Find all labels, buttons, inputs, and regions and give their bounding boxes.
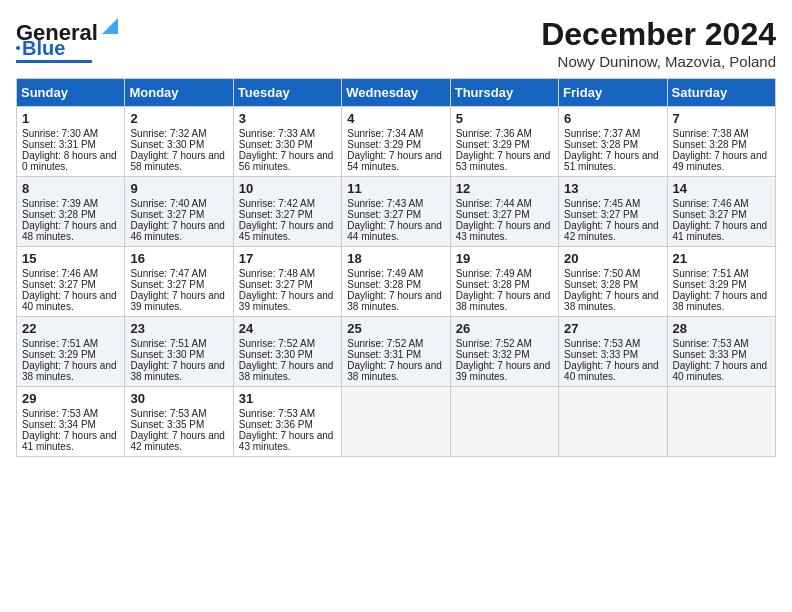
sunset-text: Sunset: 3:36 PM xyxy=(239,419,313,430)
sunrise-text: Sunrise: 7:45 AM xyxy=(564,198,640,209)
day-cell: 18Sunrise: 7:49 AMSunset: 3:28 PMDayligh… xyxy=(342,247,450,317)
sunset-text: Sunset: 3:31 PM xyxy=(347,349,421,360)
sunrise-text: Sunrise: 7:49 AM xyxy=(347,268,423,279)
day-number: 19 xyxy=(456,251,553,266)
sunset-text: Sunset: 3:28 PM xyxy=(673,139,747,150)
daylight-text: Daylight: 7 hours and 38 minutes. xyxy=(564,290,659,312)
day-cell: 20Sunrise: 7:50 AMSunset: 3:28 PMDayligh… xyxy=(559,247,667,317)
daylight-text: Daylight: 7 hours and 48 minutes. xyxy=(22,220,117,242)
day-cell: 23Sunrise: 7:51 AMSunset: 3:30 PMDayligh… xyxy=(125,317,233,387)
day-number: 26 xyxy=(456,321,553,336)
daylight-text: Daylight: 7 hours and 53 minutes. xyxy=(456,150,551,172)
col-header-monday: Monday xyxy=(125,79,233,107)
sunrise-text: Sunrise: 7:30 AM xyxy=(22,128,98,139)
day-number: 28 xyxy=(673,321,770,336)
daylight-text: Daylight: 7 hours and 44 minutes. xyxy=(347,220,442,242)
day-number: 24 xyxy=(239,321,336,336)
daylight-text: Daylight: 7 hours and 58 minutes. xyxy=(130,150,225,172)
title-area: December 2024 Nowy Duninow, Mazovia, Pol… xyxy=(541,16,776,70)
sunset-text: Sunset: 3:33 PM xyxy=(564,349,638,360)
daylight-text: Daylight: 7 hours and 39 minutes. xyxy=(239,290,334,312)
daylight-text: Daylight: 7 hours and 38 minutes. xyxy=(130,360,225,382)
daylight-text: Daylight: 7 hours and 41 minutes. xyxy=(673,220,768,242)
sunrise-text: Sunrise: 7:51 AM xyxy=(673,268,749,279)
header-row: SundayMondayTuesdayWednesdayThursdayFrid… xyxy=(17,79,776,107)
daylight-text: Daylight: 7 hours and 38 minutes. xyxy=(239,360,334,382)
day-number: 25 xyxy=(347,321,444,336)
day-cell: 24Sunrise: 7:52 AMSunset: 3:30 PMDayligh… xyxy=(233,317,341,387)
day-number: 7 xyxy=(673,111,770,126)
day-number: 17 xyxy=(239,251,336,266)
daylight-text: Daylight: 7 hours and 38 minutes. xyxy=(22,360,117,382)
day-number: 21 xyxy=(673,251,770,266)
day-number: 29 xyxy=(22,391,119,406)
col-header-friday: Friday xyxy=(559,79,667,107)
daylight-text: Daylight: 7 hours and 38 minutes. xyxy=(347,290,442,312)
logo-text-blue: Blue xyxy=(22,38,65,58)
sunrise-text: Sunrise: 7:52 AM xyxy=(239,338,315,349)
day-cell xyxy=(559,387,667,457)
day-number: 11 xyxy=(347,181,444,196)
day-cell: 21Sunrise: 7:51 AMSunset: 3:29 PMDayligh… xyxy=(667,247,775,317)
col-header-saturday: Saturday xyxy=(667,79,775,107)
sunset-text: Sunset: 3:29 PM xyxy=(673,279,747,290)
sunrise-text: Sunrise: 7:46 AM xyxy=(22,268,98,279)
daylight-text: Daylight: 7 hours and 38 minutes. xyxy=(673,290,768,312)
day-number: 10 xyxy=(239,181,336,196)
daylight-text: Daylight: 7 hours and 42 minutes. xyxy=(564,220,659,242)
day-cell: 26Sunrise: 7:52 AMSunset: 3:32 PMDayligh… xyxy=(450,317,558,387)
sunset-text: Sunset: 3:29 PM xyxy=(22,349,96,360)
sunset-text: Sunset: 3:27 PM xyxy=(239,279,313,290)
day-number: 23 xyxy=(130,321,227,336)
sunrise-text: Sunrise: 7:33 AM xyxy=(239,128,315,139)
day-cell: 30Sunrise: 7:53 AMSunset: 3:35 PMDayligh… xyxy=(125,387,233,457)
sunrise-text: Sunrise: 7:46 AM xyxy=(673,198,749,209)
sunset-text: Sunset: 3:30 PM xyxy=(239,139,313,150)
day-number: 30 xyxy=(130,391,227,406)
week-row-1: 1Sunrise: 7:30 AMSunset: 3:31 PMDaylight… xyxy=(17,107,776,177)
col-header-wednesday: Wednesday xyxy=(342,79,450,107)
day-cell: 1Sunrise: 7:30 AMSunset: 3:31 PMDaylight… xyxy=(17,107,125,177)
day-cell xyxy=(450,387,558,457)
day-cell: 31Sunrise: 7:53 AMSunset: 3:36 PMDayligh… xyxy=(233,387,341,457)
day-cell: 2Sunrise: 7:32 AMSunset: 3:30 PMDaylight… xyxy=(125,107,233,177)
sunset-text: Sunset: 3:27 PM xyxy=(673,209,747,220)
sunset-text: Sunset: 3:28 PM xyxy=(347,279,421,290)
day-cell: 11Sunrise: 7:43 AMSunset: 3:27 PMDayligh… xyxy=(342,177,450,247)
daylight-text: Daylight: 7 hours and 46 minutes. xyxy=(130,220,225,242)
week-row-2: 8Sunrise: 7:39 AMSunset: 3:28 PMDaylight… xyxy=(17,177,776,247)
col-header-thursday: Thursday xyxy=(450,79,558,107)
sunrise-text: Sunrise: 7:36 AM xyxy=(456,128,532,139)
sunset-text: Sunset: 3:30 PM xyxy=(130,349,204,360)
day-cell: 19Sunrise: 7:49 AMSunset: 3:28 PMDayligh… xyxy=(450,247,558,317)
week-row-5: 29Sunrise: 7:53 AMSunset: 3:34 PMDayligh… xyxy=(17,387,776,457)
sunset-text: Sunset: 3:34 PM xyxy=(22,419,96,430)
svg-marker-0 xyxy=(102,18,118,34)
daylight-text: Daylight: 7 hours and 40 minutes. xyxy=(22,290,117,312)
day-cell: 29Sunrise: 7:53 AMSunset: 3:34 PMDayligh… xyxy=(17,387,125,457)
sunrise-text: Sunrise: 7:34 AM xyxy=(347,128,423,139)
logo-underline xyxy=(16,60,92,63)
day-cell: 14Sunrise: 7:46 AMSunset: 3:27 PMDayligh… xyxy=(667,177,775,247)
sunset-text: Sunset: 3:27 PM xyxy=(564,209,638,220)
sunrise-text: Sunrise: 7:53 AM xyxy=(22,408,98,419)
sunrise-text: Sunrise: 7:49 AM xyxy=(456,268,532,279)
day-cell: 3Sunrise: 7:33 AMSunset: 3:30 PMDaylight… xyxy=(233,107,341,177)
day-number: 5 xyxy=(456,111,553,126)
daylight-text: Daylight: 7 hours and 56 minutes. xyxy=(239,150,334,172)
day-cell: 9Sunrise: 7:40 AMSunset: 3:27 PMDaylight… xyxy=(125,177,233,247)
week-row-3: 15Sunrise: 7:46 AMSunset: 3:27 PMDayligh… xyxy=(17,247,776,317)
sunrise-text: Sunrise: 7:43 AM xyxy=(347,198,423,209)
sunset-text: Sunset: 3:27 PM xyxy=(239,209,313,220)
daylight-text: Daylight: 7 hours and 43 minutes. xyxy=(239,430,334,452)
day-number: 1 xyxy=(22,111,119,126)
sunset-text: Sunset: 3:31 PM xyxy=(22,139,96,150)
sunrise-text: Sunrise: 7:44 AM xyxy=(456,198,532,209)
day-cell: 22Sunrise: 7:51 AMSunset: 3:29 PMDayligh… xyxy=(17,317,125,387)
day-number: 20 xyxy=(564,251,661,266)
sunset-text: Sunset: 3:28 PM xyxy=(564,139,638,150)
sunrise-text: Sunrise: 7:53 AM xyxy=(564,338,640,349)
daylight-text: Daylight: 7 hours and 43 minutes. xyxy=(456,220,551,242)
daylight-text: Daylight: 7 hours and 41 minutes. xyxy=(22,430,117,452)
sunrise-text: Sunrise: 7:50 AM xyxy=(564,268,640,279)
